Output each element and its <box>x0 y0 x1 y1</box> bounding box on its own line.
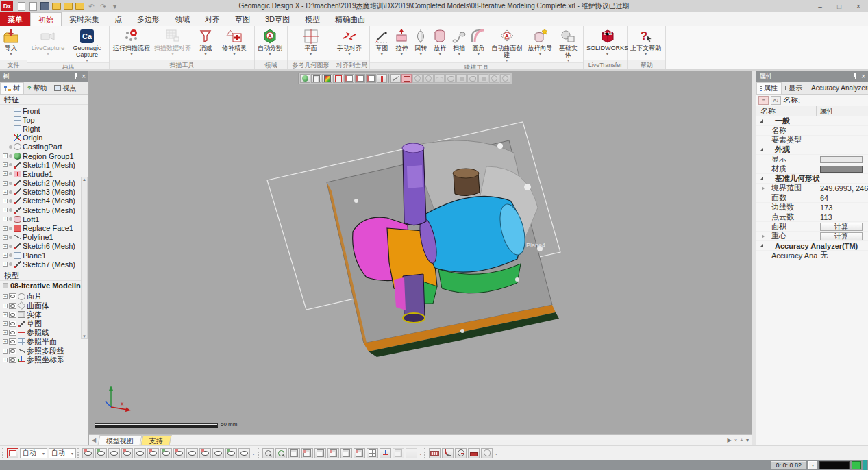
visibility-icon[interactable] <box>9 293 16 299</box>
prop-row-name[interactable]: 名称 <box>756 126 868 136</box>
tab-scroll-right-icon[interactable]: ▶ <box>727 435 731 445</box>
show-annotation-toggle[interactable] <box>225 448 237 458</box>
view-back-icon[interactable] <box>301 448 313 458</box>
auto-segment-button[interactable]: A 自动分割 ▾ <box>256 27 284 60</box>
show-solid-toggle[interactable] <box>134 448 146 458</box>
restore-button[interactable]: □ <box>830 0 849 12</box>
prop-row-element-type[interactable]: 要素类型 <box>756 136 868 145</box>
tab-properties[interactable]: 属性 <box>756 82 782 94</box>
tab-viewpoint[interactable]: 视点 <box>51 82 80 94</box>
move-model-icon[interactable] <box>377 74 387 83</box>
visibility-icon[interactable] <box>9 321 16 327</box>
calculate-area-button[interactable]: 计算 <box>820 223 863 231</box>
section-view-icon[interactable] <box>355 74 365 83</box>
revolve-button[interactable]: 回转 ▾ <box>411 27 430 62</box>
measure-deviation-icon[interactable] <box>468 448 480 458</box>
prop-row-material[interactable]: 材质 <box>756 164 868 174</box>
extrude-button[interactable]: 拉伸 ▾ <box>392 27 411 62</box>
model-item-surface-body[interactable]: +曲面体 <box>3 301 80 310</box>
tab-align[interactable]: 对齐 <box>197 12 227 26</box>
visibility-overflow-icon[interactable]: . <box>251 449 256 456</box>
loft-wizard-button[interactable]: 放样向导 ▾ <box>525 27 555 62</box>
pin-icon[interactable] <box>853 73 858 79</box>
scroll-up-icon[interactable]: ▲ <box>82 177 86 182</box>
view-right-icon[interactable] <box>327 448 339 458</box>
show-3d-sketch-toggle[interactable] <box>160 448 172 458</box>
select-glow-icon[interactable] <box>500 74 510 83</box>
tree-item-right[interactable]: Right <box>3 124 80 133</box>
redo-icon[interactable]: ↷ <box>99 2 108 10</box>
prop-section-appearance[interactable]: 外观 <box>756 145 868 155</box>
model-item-sketch[interactable]: +草图 <box>3 319 80 328</box>
prop-section-accuracy-analyzer[interactable]: Accuracy Analyzer(TM) <box>756 241 868 251</box>
prop-row-point-count[interactable]: 点云数113 <box>756 212 868 222</box>
tree-item-top[interactable]: Top <box>3 115 80 124</box>
app-logo[interactable]: Dx <box>1 1 13 11</box>
tree-item-sketch1[interactable]: +Sketch1 (Mesh) <box>3 160 80 169</box>
close-icon[interactable]: × <box>861 73 865 80</box>
visibility-icon[interactable] <box>9 312 16 318</box>
tab-menu[interactable]: 菜单 <box>0 12 30 26</box>
visibility-icon[interactable] <box>9 303 16 309</box>
model-item-ref-plane[interactable]: +参照平面 <box>3 337 80 346</box>
new-file-icon[interactable] <box>17 2 26 10</box>
prop-row-face-count[interactable]: 面数64 <box>756 193 868 203</box>
tab-support[interactable]: 支持 <box>140 435 171 445</box>
model-root-item[interactable]: 08-Iterative Modeling Compl <box>0 281 88 290</box>
visibility-icon[interactable] <box>9 357 16 363</box>
select-lasso-icon[interactable] <box>445 74 456 83</box>
measure-radius-icon[interactable] <box>455 448 467 458</box>
column-value[interactable]: 属性 <box>817 106 868 116</box>
tree-item-sketch6[interactable]: +Sketch6 (Mesh) <box>3 242 80 251</box>
viewpoint-cube-icon[interactable] <box>311 74 321 83</box>
visibility-icon[interactable] <box>9 330 16 336</box>
minimize-button[interactable]: – <box>810 0 830 12</box>
close-button[interactable]: × <box>849 0 868 12</box>
quick-access-caret-icon[interactable]: ▾ <box>110 2 119 10</box>
view-left-icon[interactable] <box>314 448 326 458</box>
show-pointcloud-toggle[interactable] <box>108 448 120 458</box>
tree-item-castingpart[interactable]: CastingPart <box>3 143 80 151</box>
sweep-button[interactable]: 扫描 ▾ <box>449 27 469 62</box>
prop-row-edge-count[interactable]: 边线数173 <box>756 203 868 212</box>
plane-button[interactable]: 平面 ▾ <box>301 27 321 60</box>
show-region-toggle[interactable] <box>95 448 107 458</box>
display-mode-icon[interactable] <box>322 74 332 83</box>
prop-section-datum-geometry[interactable]: 基准几何形状 <box>756 174 868 184</box>
model-item-solid-body[interactable]: +实体 <box>3 310 80 319</box>
tree-item-region-group1[interactable]: +Region Group1 <box>3 151 80 160</box>
undo-icon[interactable]: ↶ <box>87 2 96 10</box>
tree-item-sketch5[interactable]: +Sketch5 (Mesh) <box>3 206 80 214</box>
3d-model-canvas[interactable]: Plane4 <box>116 105 596 427</box>
tab-initial[interactable]: 初始 <box>30 12 62 26</box>
display-swatch[interactable] <box>820 156 863 163</box>
show-curve-toggle[interactable] <box>199 448 211 458</box>
3d-viewport[interactable]: Plane4 x 50 mm <box>89 71 752 434</box>
section-plane-icon[interactable] <box>344 74 354 83</box>
show-surface-toggle[interactable] <box>121 448 133 458</box>
show-polyline-toggle[interactable] <box>186 448 198 458</box>
import-file-icon[interactable] <box>29 2 38 10</box>
measure-overflow-icon[interactable]: . <box>494 449 499 456</box>
geomagic-capture-button[interactable]: Ca Geomagic Capture ▾ <box>67 27 107 62</box>
select-rectangle-icon[interactable] <box>401 74 412 83</box>
tab-model[interactable]: 模型 <box>297 12 327 26</box>
snap-mode-combo[interactable]: 自动▾ <box>49 448 76 458</box>
select-ellipse-icon[interactable] <box>423 74 434 83</box>
solidworks-button[interactable]: SW SOLIDWORKS ▾ <box>585 27 630 60</box>
select-circle-icon[interactable] <box>412 74 423 83</box>
loft-button[interactable]: 放样 ▾ <box>430 27 449 62</box>
prop-row-centroid[interactable]: 重心计算 <box>756 232 868 241</box>
tree-item-plane1[interactable]: +Plane1 <box>3 251 80 260</box>
healing-wizard-button[interactable]: 修补精灵 ▾ <box>218 27 251 60</box>
prop-section-general[interactable]: 一般 <box>756 116 868 126</box>
auto-surface-button[interactable]: A 自动曲面创建 ▾ <box>488 27 525 62</box>
tab-model-view[interactable]: 模型视图 <box>97 435 142 445</box>
prop-row-bounding-range[interactable]: 境界范围249.6993, 246.52... <box>756 184 868 193</box>
view-top-icon[interactable] <box>340 448 352 458</box>
view-iso-icon[interactable] <box>367 448 378 458</box>
decimate-button[interactable]: 消减 ▾ <box>193 27 218 60</box>
tree-item-loft1[interactable]: +Loft1 <box>3 214 80 223</box>
manual-align-button[interactable]: 手动对齐 ▾ <box>336 27 363 60</box>
open-icon[interactable] <box>52 2 61 10</box>
